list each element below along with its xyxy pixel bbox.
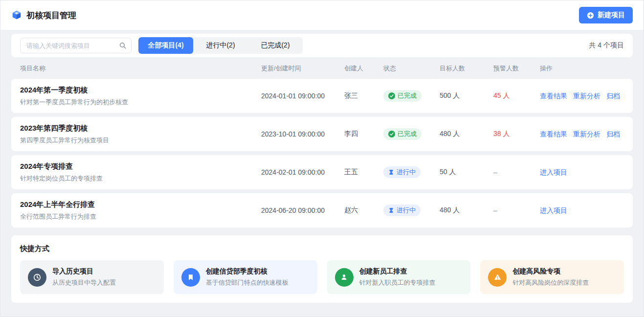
search-input[interactable] [20,38,132,53]
top-bar: 初核项目管理 新建项目 [0,0,644,30]
new-project-button[interactable]: 新建项目 [579,7,633,23]
warning-count: – [493,168,540,176]
new-project-label: 新建项目 [598,11,625,20]
row-actions: 查看结果重新分析归档 [540,130,624,139]
target-count: 500 人 [440,91,493,100]
table-row: 2023年第四季度初核第四季度员工异常行为核查项目2023-10-01 09:0… [11,117,633,151]
action-link[interactable]: 重新分析 [573,130,600,138]
row-actions: 进入项目 [540,206,624,215]
app-cube-icon [11,10,22,21]
project-title: 2023年第四季度初核 [20,124,261,133]
user-icon [335,268,354,287]
check-circle-icon [388,131,395,137]
page-title: 初核项目管理 [26,10,76,21]
warning-count: 45 人 [493,91,540,100]
status-label: 进行中 [397,168,416,177]
tab-all-projects[interactable]: 全部项目(4) [138,37,193,54]
status-badge: 已完成 [383,128,422,140]
bookmark-icon [181,268,200,287]
status-badge: 进行中 [383,166,421,178]
shortcut-credit-quarterly[interactable]: 创建信贷部季度初核 基于信贷部门特点的快速模板 [174,260,317,294]
project-name-cell: 2024年上半年全行排查全行范围员工异常行为排查 [20,200,261,221]
project-name-cell: 2024年专项排查针对特定岗位员工的专项排查 [20,162,261,183]
shortcut-high-risk[interactable]: 创建高风险专项 针对高风险岗位的深度排查 [480,260,624,294]
shortcuts-section: 快捷方式 导入历史项目 从历史项目中导入配置 [11,235,633,303]
project-title: 2024年专项排查 [20,162,261,171]
col-header-warning: 预警人数 [493,64,540,73]
table-row: 2024年第一季度初核针对第一季度员工异常行为的初步核查2024-01-01 0… [11,79,633,113]
shortcut-title: 创建信贷部季度初核 [206,267,289,276]
col-header-name: 项目名称 [20,64,261,73]
project-title: 2024年第一季度初核 [20,86,261,95]
shortcut-desc: 基于信贷部门特点的快速模板 [206,278,289,287]
status-badge: 进行中 [383,204,421,216]
check-circle-icon [388,92,395,99]
project-time: 2024-02-01 09:00:00 [261,168,344,176]
col-header-actions: 操作 [540,64,624,73]
project-description: 针对特定岗位员工的专项排查 [20,174,261,183]
shortcut-desc: 针对高风险岗位的深度排查 [512,278,589,287]
warning-count: – [493,206,540,214]
shortcut-title: 导入历史项目 [52,267,116,276]
project-table-body: 2024年第一季度初核针对第一季度员工异常行为的初步核查2024-01-01 0… [11,79,633,227]
shortcuts-title: 快捷方式 [20,244,624,253]
project-name-cell: 2023年第四季度初核第四季度员工异常行为核查项目 [20,124,261,145]
target-count: 480 人 [440,206,493,215]
clock-icon [28,268,46,287]
project-count-text: 共 4 个项目 [589,41,624,50]
col-header-status: 状态 [383,64,440,73]
table-row: 2024年上半年全行排查全行范围员工异常行为排查2024-06-20 09:00… [11,193,633,227]
shortcut-desc: 从历史项目中导入配置 [52,278,116,287]
project-description: 第四季度员工异常行为核查项目 [20,136,261,145]
project-time: 2024-01-01 09:00:00 [261,92,344,100]
project-creator: 王五 [344,168,383,177]
table-row: 2024年专项排查针对特定岗位员工的专项排查2024-02-01 09:00:0… [11,155,633,189]
row-actions: 进入项目 [540,168,624,177]
row-actions: 查看结果重新分析归档 [540,91,624,101]
action-link[interactable]: 重新分析 [573,92,600,100]
shortcut-title: 创建新员工排查 [359,267,436,276]
shortcut-import-history[interactable]: 导入历史项目 从历史项目中导入配置 [20,260,164,294]
project-tabs: 全部项目(4) 进行中(2) 已完成(2) [138,37,303,54]
shortcut-new-employee[interactable]: 创建新员工排查 针对新入职员工的专项排查 [327,260,471,294]
table-header: 项目名称 更新/创建时间 创建人 状态 目标人数 预警人数 操作 [11,57,633,79]
col-header-target: 目标人数 [440,64,493,73]
warning-count: 38 人 [493,130,540,138]
action-link[interactable]: 进入项目 [540,168,567,176]
action-link[interactable]: 归档 [606,130,620,138]
action-link[interactable]: 查看结果 [540,130,567,138]
status-label: 已完成 [398,91,417,100]
shortcut-title: 创建高风险专项 [512,267,589,276]
project-time: 2023-10-01 09:00:00 [261,130,344,138]
target-count: 50 人 [440,168,493,177]
project-description: 针对第一季度员工异常行为的初步核查 [20,98,261,107]
project-description: 全行范围员工异常行为排查 [20,212,261,221]
project-creator: 张三 [344,91,383,100]
project-status-cell: 已完成 [383,128,440,140]
project-status-cell: 已完成 [383,90,440,102]
project-time: 2024-06-20 09:00:00 [261,206,344,214]
warning-icon [488,268,507,287]
status-label: 进行中 [397,206,416,215]
target-count: 480 人 [440,130,493,138]
project-creator: 赵六 [344,206,383,215]
project-creator: 李四 [344,130,383,138]
project-name-cell: 2024年第一季度初核针对第一季度员工异常行为的初步核查 [20,86,261,107]
col-header-creator: 创建人 [344,64,383,73]
action-link[interactable]: 进入项目 [540,206,567,214]
project-title: 2024年上半年全行排查 [20,200,261,209]
action-link[interactable]: 归档 [606,92,620,100]
tab-completed[interactable]: 已完成(2) [248,37,303,54]
action-link[interactable]: 查看结果 [540,92,567,100]
hourglass-icon [388,207,394,213]
plus-circle-icon [587,12,594,19]
tab-in-progress[interactable]: 进行中(2) [193,37,248,54]
status-badge: 已完成 [383,90,422,102]
shortcut-desc: 针对新入职员工的专项排查 [359,278,436,287]
project-status-cell: 进行中 [383,204,440,216]
status-label: 已完成 [398,130,417,138]
search-icon [119,42,127,49]
hourglass-icon [388,169,394,175]
filter-card: 全部项目(4) 进行中(2) 已完成(2) 共 4 个项目 [11,34,633,57]
col-header-time: 更新/创建时间 [261,64,344,73]
